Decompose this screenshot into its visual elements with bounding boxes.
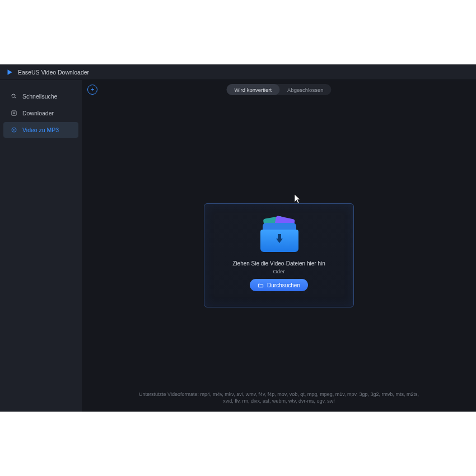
- sidebar-item-quicksearch[interactable]: Schnellsuche: [3, 88, 78, 104]
- app-title: EaseUS Video Downloader: [18, 69, 89, 76]
- app-logo-icon: [6, 68, 13, 76]
- folder-open-icon: [258, 282, 264, 288]
- plus-icon: +: [90, 86, 94, 93]
- convert-icon: [10, 126, 18, 134]
- app-window: EaseUS Video Downloader Schnellsuche Dow…: [0, 64, 476, 412]
- sidebar-item-label: Downloader: [22, 110, 54, 116]
- folder-illustration-icon: [254, 215, 304, 254]
- browse-button[interactable]: Durchsuchen: [250, 279, 308, 291]
- sidebar-item-video-to-mp3[interactable]: Video zu MP3: [3, 122, 78, 138]
- supported-formats: Unterstützte Videoformate: mp4, m4v, mkv…: [82, 391, 476, 405]
- dropzone-or: Oder: [273, 268, 284, 274]
- formats-line-1: Unterstützte Videoformate: mp4, m4v, mkv…: [104, 391, 454, 398]
- search-icon: [10, 92, 18, 100]
- status-tabs: Wird konvertiert Abgeschlossen: [227, 84, 332, 95]
- tab-completed[interactable]: Abgeschlossen: [279, 84, 331, 95]
- tab-converting[interactable]: Wird konvertiert: [227, 84, 280, 95]
- cursor-icon: [295, 194, 301, 203]
- sidebar: Schnellsuche Downloader Video zu MP3: [0, 80, 82, 412]
- drop-area[interactable]: Ziehen Sie die Video-Dateien hier hin Od…: [82, 99, 476, 412]
- add-button[interactable]: +: [87, 85, 97, 95]
- formats-line-2: xvid, flv, rm, divx, asf, webm, wtv, dvr…: [104, 398, 454, 405]
- dropzone-text: Ziehen Sie die Video-Dateien hier hin: [232, 260, 325, 268]
- dropzone[interactable]: Ziehen Sie die Video-Dateien hier hin Od…: [204, 203, 354, 307]
- browse-button-label: Durchsuchen: [267, 282, 300, 288]
- body: Schnellsuche Downloader Video zu MP3 +: [0, 80, 476, 412]
- svg-point-0: [12, 94, 15, 97]
- titlebar: EaseUS Video Downloader: [0, 64, 476, 80]
- toolbar: + Wird konvertiert Abgeschlossen: [82, 80, 476, 99]
- sidebar-item-label: Schnellsuche: [22, 93, 57, 100]
- sidebar-item-downloader[interactable]: Downloader: [3, 105, 78, 121]
- svg-line-1: [15, 97, 17, 99]
- download-icon: [10, 109, 18, 117]
- sidebar-item-label: Video zu MP3: [22, 127, 59, 133]
- main-panel: + Wird konvertiert Abgeschlossen Ziehen …: [82, 80, 476, 412]
